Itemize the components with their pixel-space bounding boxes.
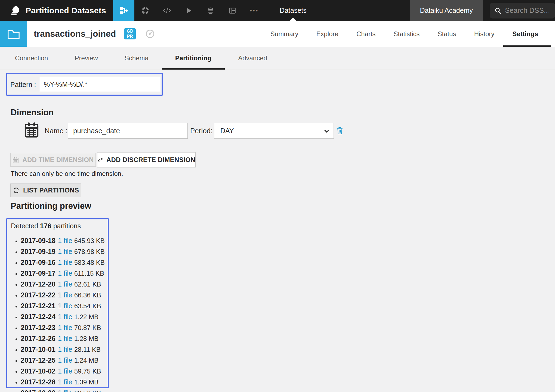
- partition-files-link[interactable]: 1 file: [58, 259, 72, 266]
- detected-partitions-line: Detected 176 partitions: [11, 222, 81, 230]
- partition-row: 2017-09-191 file678.98 KB: [21, 246, 105, 257]
- partition-size: 1.39 MB: [74, 378, 98, 386]
- partition-files-link[interactable]: 1 file: [58, 302, 72, 310]
- subtab-schema[interactable]: Schema: [111, 47, 162, 70]
- calendar-icon: [12, 157, 19, 163]
- dataset-header: transactions_joined GD PR Summary Explor…: [0, 21, 555, 47]
- partition-size: 62.61 KB: [74, 281, 101, 288]
- lab-nav-button[interactable]: [134, 0, 156, 21]
- more-icon: •••: [250, 7, 258, 14]
- pattern-input[interactable]: [40, 77, 160, 92]
- folder-icon: [6, 28, 21, 40]
- dataset-type-badge: [0, 21, 27, 47]
- partition-files-link[interactable]: 1 file: [58, 269, 72, 277]
- partition-row: 2017-12-251 file1.24 MB: [21, 355, 105, 366]
- partition-size: 611.15 KB: [74, 270, 104, 277]
- discrete-dimension-icon: [97, 156, 103, 164]
- bird-icon: [9, 5, 21, 17]
- play-icon: [185, 7, 192, 14]
- dimension-name-input[interactable]: [68, 123, 188, 139]
- partition-size: 1.24 MB: [74, 357, 98, 364]
- partition-files-link[interactable]: 1 file: [58, 346, 72, 353]
- dashboard-icon: [228, 7, 236, 15]
- partition-size: 28.11 KB: [74, 346, 101, 353]
- partition-row: 2017-12-231 file70.87 KB: [21, 322, 105, 333]
- dataiku-academy-button[interactable]: Dataiku Academy: [410, 0, 483, 21]
- subtab-connection[interactable]: Connection: [2, 47, 61, 70]
- run-nav-button[interactable]: [178, 0, 200, 21]
- partition-row: 2017-10-031 file68.56 KB: [21, 387, 105, 392]
- partition-count: 176: [40, 222, 51, 230]
- search-icon: [494, 7, 502, 14]
- more-nav-button[interactable]: •••: [243, 0, 265, 21]
- partition-row: 2017-12-261 file1.28 MB: [21, 333, 105, 344]
- partition-row: 2017-12-221 file66.36 KB: [21, 290, 105, 300]
- partition-row: 2017-12-241 file1.22 MB: [21, 311, 105, 322]
- navigator-button[interactable]: [145, 29, 155, 39]
- partition-files-link[interactable]: 1 file: [58, 313, 72, 321]
- partition-files-link[interactable]: 1 file: [58, 280, 72, 288]
- partition-files-link[interactable]: 1 file: [58, 291, 72, 299]
- partition-size: 70.87 KB: [74, 324, 101, 331]
- partition-files-link[interactable]: 1 file: [58, 356, 72, 364]
- partition-files-link[interactable]: 1 file: [58, 389, 72, 392]
- period-select[interactable]: DAY: [214, 123, 334, 139]
- dataset-title: transactions_joined: [34, 29, 116, 39]
- pattern-label: Pattern :: [10, 81, 36, 89]
- list-partitions-button[interactable]: LIST PARTITIONS: [10, 183, 81, 197]
- subtab-partitioning[interactable]: Partitioning: [162, 47, 225, 70]
- tab-explore[interactable]: Explore: [307, 21, 347, 47]
- partition-files-link[interactable]: 1 file: [58, 378, 72, 386]
- tab-summary[interactable]: Summary: [261, 21, 307, 47]
- partition-row: 2017-10-021 file59.75 KB: [21, 366, 105, 377]
- project-title[interactable]: Partitioned Datasets: [26, 6, 106, 15]
- partition-size: 1.22 MB: [74, 313, 98, 321]
- add-discrete-dimension-button[interactable]: ADD DISCRETE DIMENSION: [97, 152, 196, 167]
- tab-status[interactable]: Status: [429, 21, 465, 47]
- partition-list: 2017-09-181 file645.93 KB 2017-09-191 fi…: [11, 235, 105, 392]
- compass-icon: [145, 29, 155, 39]
- dimension-period-label: Period:: [190, 127, 212, 135]
- partition-date: 2017-09-16: [21, 259, 55, 266]
- jobs-nav-button[interactable]: [200, 0, 221, 21]
- dataiku-bird-logo[interactable]: [9, 4, 21, 17]
- tab-statistics[interactable]: Statistics: [385, 21, 429, 47]
- partition-files-link[interactable]: 1 file: [58, 324, 72, 331]
- tab-charts[interactable]: Charts: [347, 21, 385, 47]
- dashboards-nav-button[interactable]: [221, 0, 243, 21]
- tab-settings[interactable]: Settings: [503, 21, 551, 47]
- partition-date: 2017-12-20: [21, 280, 55, 288]
- code-nav-button[interactable]: [156, 0, 178, 21]
- chevron-down-icon: [323, 127, 330, 136]
- partition-date: 2017-09-17: [21, 269, 55, 277]
- subtab-advanced[interactable]: Advanced: [225, 47, 280, 70]
- partition-date: 2017-12-26: [21, 335, 55, 342]
- time-dimension-calendar-icon: [23, 121, 40, 140]
- partition-row: 2017-10-011 file28.11 KB: [21, 344, 105, 355]
- flow-nav-button[interactable]: [113, 0, 134, 21]
- search-input[interactable]: [505, 6, 548, 15]
- partition-size: 583.48 KB: [74, 259, 105, 266]
- time-dimension-note: There can only be one time dimension.: [11, 170, 123, 178]
- partition-files-link[interactable]: 1 file: [58, 367, 72, 375]
- nav-section-datasets[interactable]: Datasets: [273, 0, 314, 21]
- gdpr-badge: GD PR: [124, 28, 136, 39]
- dimension-heading: Dimension: [11, 108, 54, 117]
- partition-row: 2017-09-181 file645.93 KB: [21, 235, 105, 246]
- partition-size: 63.54 KB: [74, 302, 101, 310]
- partition-date: 2017-09-18: [21, 237, 55, 244]
- partition-date: 2017-12-22: [21, 291, 55, 299]
- partition-size: 66.36 KB: [74, 291, 101, 299]
- partition-files-link[interactable]: 1 file: [58, 237, 72, 244]
- partition-files-link[interactable]: 1 file: [58, 335, 72, 342]
- search-box[interactable]: [490, 3, 555, 18]
- partition-files-link[interactable]: 1 file: [58, 248, 72, 255]
- settings-subtabs: Connection Preview Schema Partitioning A…: [0, 47, 555, 70]
- partitioning-preview-heading: Partitioning preview: [11, 201, 91, 211]
- partition-size: 68.56 KB: [74, 389, 101, 392]
- partition-date: 2017-10-01: [21, 346, 55, 353]
- delete-dimension-button[interactable]: [336, 126, 344, 135]
- partition-row: 2017-12-201 file62.61 KB: [21, 279, 105, 290]
- tab-history[interactable]: History: [465, 21, 504, 47]
- subtab-preview[interactable]: Preview: [61, 47, 111, 70]
